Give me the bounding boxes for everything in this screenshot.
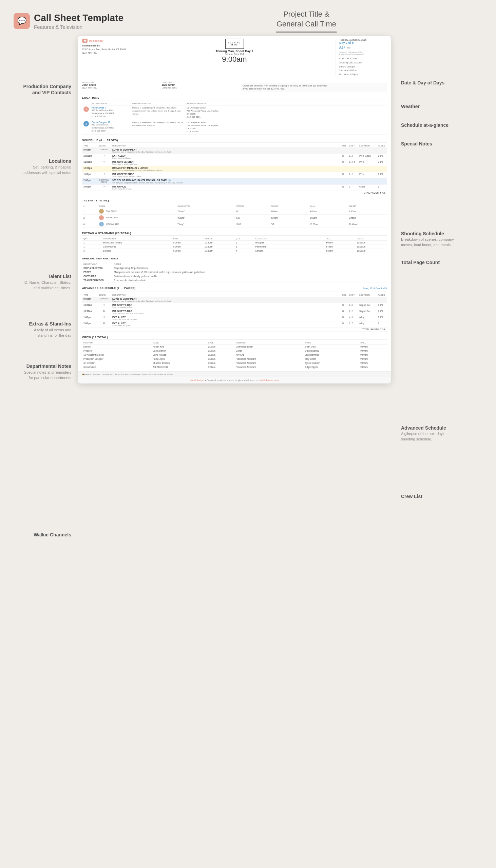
talent-col-pickup: PICKUP (269, 205, 308, 208)
right-annotation-adv-schedule-sub: A glimpse of the next day'sshooting sche… (401, 431, 489, 442)
cs-locations-title: LOCATIONS (82, 96, 387, 100)
adv-sched-time: 2:00pm (82, 321, 97, 327)
crew-pos1: Sound Mixer (82, 365, 151, 369)
talent-call: 9:00am (308, 208, 347, 215)
crew-pos1: 1st Assistant Director (82, 353, 151, 357)
loc-col-num (82, 102, 90, 106)
adv-schedule-row: 10:30am 12 INT. SKIPP'S BAR Stuart perfo… (82, 309, 387, 315)
annotation-locations-title: Locations (7, 158, 71, 164)
main-layout: Production Companyand VIP Contacts Locat… (0, 36, 496, 397)
right-annotation-weather: Weather (401, 104, 489, 109)
sched-col-desc: DESCRIPTION (111, 144, 341, 148)
cs-crew-title: CREW (12 Total) (82, 336, 387, 340)
cs-special-notes-col: Closed set tomorrow. Non-smoking. It's g… (241, 81, 387, 92)
adv-schedule-row: 9:00am LOAD IN LOAD IN EQUIPMENT Crew ca… (82, 297, 387, 303)
cs-crew-table: POSITION NAME CALL POSITION NAME CALL Di… (82, 341, 387, 369)
sched-location (358, 178, 376, 185)
crew-call2: 9:00am (359, 357, 387, 361)
cs-shooting-call: Shooting Call: 10:00am (339, 61, 387, 65)
extras-onset1: 10:30am (203, 249, 234, 253)
extras-onset2: 10:30am (356, 245, 387, 249)
sched-dn: D (341, 172, 348, 178)
talent-row: 6 Cyrus Jensen "Tony" SWF O/T 10:00am 10… (82, 221, 387, 227)
crew-pos2: Production Assistant (234, 361, 304, 365)
cs-company-phone: (123) 456-7890 (82, 51, 129, 54)
total-pages-cell: TOTAL PAGES: 6 4/8 (82, 191, 387, 195)
schedule-row: 9:00am LOAD IN LOAD IN EQUIPMENT Crew ca… (82, 148, 387, 154)
sched-scene: 4 (97, 172, 111, 178)
talent-char: "Stuart" (176, 208, 235, 215)
sched-col-scene: SCENE (97, 144, 111, 148)
sched-cast (348, 166, 358, 172)
project-title-bar (276, 32, 337, 33)
right-annotation-crew: Crew List (401, 494, 489, 499)
schedule-row: 1:00pm 4 INT. COFFEE SHOP Stuart plays a… (82, 172, 387, 178)
cs-schedule-glance: Crew Call: 9:00am Shooting Call: 10:00am… (339, 57, 387, 76)
loc-hospital-cell: UCLA Medica Center 757 Westwood Plaza, L… (185, 120, 387, 134)
talent-col-call: CALL (308, 205, 347, 208)
adv-col-location: LOCATION (358, 293, 376, 297)
adv-schedule-row: 2:00pm 21 EXT. ALLEY Stuart tunes his gu… (82, 321, 387, 327)
instructions-col-dept: DEPARTMENT (82, 262, 113, 266)
crew-name2: Brian Moin (304, 345, 359, 349)
cs-header-right: Tuesday, August 30, 2015 Day 2 of 5 84° … (339, 39, 387, 76)
talent-col-char: CHARACTER (176, 205, 235, 208)
cs-adv-schedule-section: ADVANCED SCHEDULE (7 ↔ pages) June, 2016… (78, 285, 391, 334)
location-row: 2 Cross Campus 17 929 Colorado Ave., San… (82, 120, 387, 134)
crew-name2: David Buckley (304, 349, 359, 353)
cs-schedule-section: SCHEDULE (6 ↔ pages) TIME SCENE DESCRIPT… (78, 136, 391, 197)
sched-location (358, 148, 376, 154)
crew-name1: Darya Danish (151, 349, 207, 353)
cs-header: 💬 studiobinder StudioBinder Inc. 929 Col… (78, 36, 391, 79)
sched-scene: 4 (97, 185, 111, 191)
cs-walkie-bar: 📻 Walkie Channels: 1-Production 2-Open 3… (78, 371, 391, 377)
crew-call1: 9:00am (207, 365, 234, 369)
inst-dept: COSTUMES (82, 274, 113, 278)
cs-instructions-table: DEPARTMENT NOTES GRIP & ELECTRIC Stage l… (82, 262, 387, 283)
annotation-dept: Departmental Notes Special notes and rem… (7, 363, 71, 381)
adv-sched-dn: D (341, 303, 348, 309)
adv-sched-desc-sub: Stuart is scolded by Ben. (112, 306, 340, 308)
adv-schedule-row: 10:00am 6 INT. SKIPP'S BAR Stuart is sco… (82, 303, 387, 309)
right-annotation-shooting-sub: Breakdown of scenes, companymoves, load … (401, 237, 489, 247)
talent-onset: 9:45am (347, 208, 387, 215)
extras-call1: 9:00am (172, 245, 203, 249)
crew-call1: 9:00am (207, 357, 234, 361)
app-subtitle: Features & Television (34, 24, 124, 30)
cs-show-title: Touring Man, Shoot Day 1 (136, 49, 333, 53)
extras-char2: Performers (254, 245, 324, 249)
sched-pages: 1 (376, 185, 387, 191)
sched-desc-bold: INT. OFFICE (112, 186, 340, 188)
talent-name: Wilma Davis (98, 215, 176, 221)
adv-sched-location (358, 297, 376, 303)
adv-sched-desc: INT. SKIPP'S BAR Stuart performs for a s… (111, 309, 341, 315)
adv-sched-dn: N (341, 315, 348, 321)
right-annotation-date-title: Date & Day of Days (401, 80, 489, 85)
instructions-row: PROPS Microphones x3, mic stand x3, DJ e… (82, 270, 387, 274)
adv-sched-desc-bold: EXT. ALLEY (112, 322, 340, 324)
sched-cast: 1, 2 (348, 172, 358, 178)
sched-time: 12:00pm (82, 166, 97, 172)
cs-call-time: 9:00am (136, 55, 333, 63)
crew-col-name2: NAME (304, 341, 359, 345)
sched-desc-sub: Crew can load in equipment in the alley.… (112, 151, 340, 153)
sched-desc: EXT. ALLEY Stuart waits for Claire. (111, 154, 341, 160)
cs-walkie-channels: Walkie Channels: 1-Production 2-Open 3-T… (85, 373, 173, 375)
sched-pages (376, 148, 387, 154)
sched-col-location: LOCATION (358, 144, 376, 148)
cs-footer-website: studiobinder.com (259, 379, 279, 382)
right-annotation-shooting-title: Shooting Schedule (401, 231, 489, 236)
adv-col-dn: D/N (341, 293, 348, 297)
adv-sched-time: 10:00am (82, 303, 97, 309)
cs-footer-brand: studiobinder (190, 379, 204, 382)
adv-sched-desc-sub: Stuart performs for a sparse audience. (112, 312, 340, 314)
extras-char1: Mike Curtis (Stuart) (102, 241, 172, 245)
inst-notes: Stage light setup for performances. (113, 266, 387, 270)
cs-talent-title: TALENT (3 Total) (82, 199, 387, 203)
cs-director-name: Jane Smith (162, 83, 235, 86)
annotation-dept-title: Departmental Notes (7, 363, 71, 369)
crew-pos2: Cinematographer (234, 345, 304, 349)
extras-qty2: 4 (234, 249, 254, 253)
extras-row: 1 Mike Curtis (Stuart) 8:30am 10:30am 5 … (82, 241, 387, 245)
talent-col-name: NAME (98, 205, 176, 208)
